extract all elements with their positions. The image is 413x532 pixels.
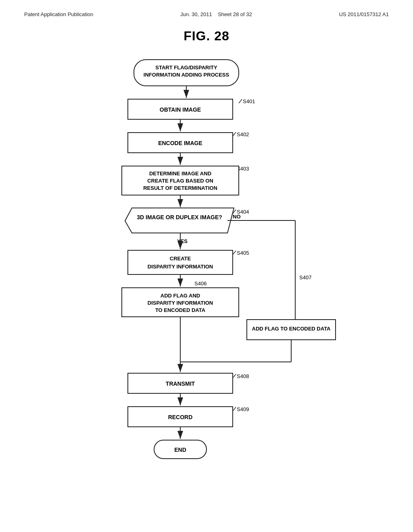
svg-text:TO ENCODED DATA: TO ENCODED DATA <box>155 307 206 313</box>
svg-text:RESULT OF DETERMINATION: RESULT OF DETERMINATION <box>143 185 217 191</box>
yes-label: YES <box>177 238 188 244</box>
s406-label: S406 <box>194 281 206 287</box>
s408-label: S408 <box>237 373 249 379</box>
flowchart-svg: START FLAG/DISPARITY INFORMATION ADDING … <box>65 56 348 499</box>
svg-text:3D IMAGE OR DUPLEX IMAGE?: 3D IMAGE OR DUPLEX IMAGE? <box>137 214 222 220</box>
s401-text: OBTAIN IMAGE <box>160 106 201 113</box>
svg-text:TRANSMIT: TRANSMIT <box>166 380 195 387</box>
svg-text:ADD FLAG TO ENCODED DATA: ADD FLAG TO ENCODED DATA <box>252 326 331 332</box>
flowchart-diagram: START FLAG/DISPARITY INFORMATION ADDING … <box>0 56 413 515</box>
svg-text:RECORD: RECORD <box>168 414 193 420</box>
s402-text: ENCODE IMAGE <box>158 140 202 146</box>
s405-label: S405 <box>237 250 249 256</box>
svg-text:DISPARITY INFORMATION: DISPARITY INFORMATION <box>148 264 213 270</box>
end-text: END <box>174 447 186 453</box>
svg-text:DISPARITY INFORMATION: DISPARITY INFORMATION <box>148 300 213 306</box>
start-text: START FLAG/DISPARITY <box>155 64 217 71</box>
svg-text:CREATE FLAG BASED ON: CREATE FLAG BASED ON <box>147 178 213 184</box>
header-right: US 2011/0157312 A1 <box>339 11 389 17</box>
page-header: Patent Application Publication Jun. 30, … <box>0 0 413 21</box>
header-left: Patent Application Publication <box>24 11 93 17</box>
svg-rect-21 <box>128 250 233 274</box>
s409-label: S409 <box>237 406 249 412</box>
svg-text:CREATE: CREATE <box>170 256 191 262</box>
s407-label: S407 <box>299 274 311 281</box>
svg-text:ADD FLAG AND: ADD FLAG AND <box>161 293 200 299</box>
figure-title: FIG. 28 <box>0 29 413 44</box>
header-center: Jun. 30, 2011 Sheet 28 of 32 <box>180 11 252 17</box>
svg-marker-13 <box>125 208 234 233</box>
s401-label: S401 <box>243 98 255 104</box>
svg-text:DETERMINE IMAGE AND: DETERMINE IMAGE AND <box>149 170 211 177</box>
svg-text:INFORMATION ADDING PROCESS: INFORMATION ADDING PROCESS <box>144 72 229 78</box>
s402-label: S402 <box>237 131 249 137</box>
no-label: NO <box>233 214 241 220</box>
